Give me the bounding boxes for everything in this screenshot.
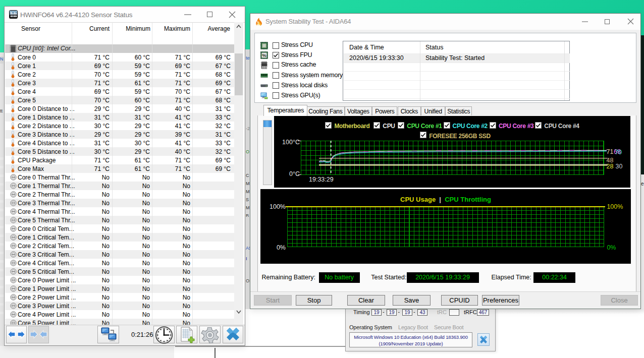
- svg-text:%: %: [262, 52, 266, 58]
